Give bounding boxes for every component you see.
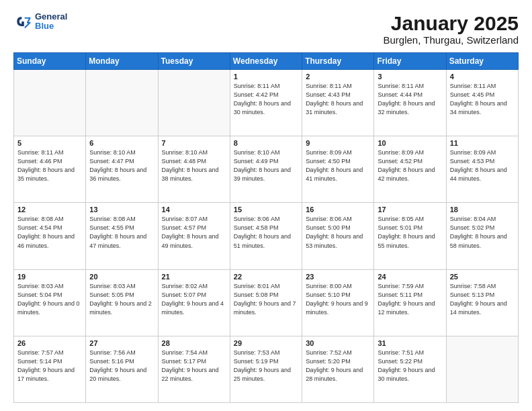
day-number: 25 <box>450 273 515 281</box>
calendar-cell <box>86 70 158 136</box>
calendar-cell: 31Sunrise: 7:51 AM Sunset: 5:22 PM Dayli… <box>374 336 446 402</box>
day-number: 24 <box>378 273 442 281</box>
title-block: January 2025 Burglen, Thurgau, Switzerla… <box>383 12 519 46</box>
calendar-header-saturday: Saturday <box>446 53 518 70</box>
day-number: 27 <box>89 339 154 347</box>
day-number: 13 <box>89 205 154 214</box>
calendar-header-wednesday: Wednesday <box>230 53 302 70</box>
day-number: 14 <box>162 205 226 214</box>
day-info: Sunrise: 8:00 AM Sunset: 5:10 PM Dayligh… <box>306 282 370 317</box>
calendar-cell: 28Sunrise: 7:54 AM Sunset: 5:17 PM Dayli… <box>158 336 230 402</box>
calendar-cell: 13Sunrise: 8:08 AM Sunset: 4:55 PM Dayli… <box>86 203 158 269</box>
day-info: Sunrise: 7:52 AM Sunset: 5:20 PM Dayligh… <box>306 349 370 383</box>
day-info: Sunrise: 8:08 AM Sunset: 4:55 PM Dayligh… <box>89 215 154 250</box>
calendar-header-friday: Friday <box>374 53 446 70</box>
day-info: Sunrise: 8:03 AM Sunset: 5:04 PM Dayligh… <box>17 282 82 317</box>
calendar-cell: 7Sunrise: 8:10 AM Sunset: 4:48 PM Daylig… <box>158 136 230 203</box>
calendar-cell: 5Sunrise: 8:11 AM Sunset: 4:46 PM Daylig… <box>14 136 86 203</box>
logo-icon <box>13 12 32 31</box>
day-info: Sunrise: 8:10 AM Sunset: 4:48 PM Dayligh… <box>162 148 226 183</box>
calendar-cell: 23Sunrise: 8:00 AM Sunset: 5:10 PM Dayli… <box>302 269 374 336</box>
calendar-week-2: 12Sunrise: 8:08 AM Sunset: 4:54 PM Dayli… <box>14 203 519 269</box>
calendar-cell <box>14 70 86 136</box>
day-info: Sunrise: 8:08 AM Sunset: 4:54 PM Dayligh… <box>17 215 82 250</box>
day-number: 29 <box>234 339 298 347</box>
day-info: Sunrise: 8:11 AM Sunset: 4:42 PM Dayligh… <box>234 82 298 117</box>
calendar-cell: 29Sunrise: 7:53 AM Sunset: 5:19 PM Dayli… <box>230 336 302 402</box>
logo-line2: Blue <box>35 21 67 31</box>
day-info: Sunrise: 8:01 AM Sunset: 5:08 PM Dayligh… <box>234 282 298 317</box>
day-info: Sunrise: 8:02 AM Sunset: 5:07 PM Dayligh… <box>162 282 226 317</box>
day-info: Sunrise: 8:10 AM Sunset: 4:49 PM Dayligh… <box>234 148 298 183</box>
day-number: 30 <box>306 339 370 347</box>
calendar-cell <box>158 70 230 136</box>
calendar-cell: 8Sunrise: 8:10 AM Sunset: 4:49 PM Daylig… <box>230 136 302 203</box>
calendar-cell: 21Sunrise: 8:02 AM Sunset: 5:07 PM Dayli… <box>158 269 230 336</box>
day-info: Sunrise: 7:53 AM Sunset: 5:19 PM Dayligh… <box>234 349 298 383</box>
day-info: Sunrise: 8:07 AM Sunset: 4:57 PM Dayligh… <box>162 215 226 250</box>
day-info: Sunrise: 8:11 AM Sunset: 4:45 PM Dayligh… <box>450 82 515 117</box>
day-info: Sunrise: 8:05 AM Sunset: 5:01 PM Dayligh… <box>378 215 442 250</box>
day-info: Sunrise: 8:06 AM Sunset: 5:00 PM Dayligh… <box>306 215 370 250</box>
header: General Blue January 2025 Burglen, Thurg… <box>13 12 519 46</box>
day-number: 31 <box>378 339 442 347</box>
logo: General Blue <box>13 12 67 32</box>
day-info: Sunrise: 7:54 AM Sunset: 5:17 PM Dayligh… <box>162 349 226 383</box>
day-info: Sunrise: 8:10 AM Sunset: 4:47 PM Dayligh… <box>89 148 154 183</box>
day-number: 10 <box>378 139 442 147</box>
calendar-cell: 19Sunrise: 8:03 AM Sunset: 5:04 PM Dayli… <box>14 269 86 336</box>
day-number: 23 <box>306 273 370 281</box>
day-number: 17 <box>378 205 442 214</box>
calendar-cell: 14Sunrise: 8:07 AM Sunset: 4:57 PM Dayli… <box>158 203 230 269</box>
day-number: 20 <box>89 273 154 281</box>
calendar-cell: 25Sunrise: 7:58 AM Sunset: 5:13 PM Dayli… <box>446 269 518 336</box>
day-info: Sunrise: 7:59 AM Sunset: 5:11 PM Dayligh… <box>378 282 442 317</box>
calendar-header-monday: Monday <box>86 53 158 70</box>
day-number: 21 <box>162 273 226 281</box>
page-subtitle: Burglen, Thurgau, Switzerland <box>383 34 519 46</box>
calendar-week-1: 5Sunrise: 8:11 AM Sunset: 4:46 PM Daylig… <box>14 136 519 203</box>
day-number: 8 <box>234 139 298 147</box>
day-info: Sunrise: 8:06 AM Sunset: 4:58 PM Dayligh… <box>234 215 298 250</box>
day-info: Sunrise: 8:04 AM Sunset: 5:02 PM Dayligh… <box>450 215 515 250</box>
calendar-header-thursday: Thursday <box>302 53 374 70</box>
calendar-cell: 17Sunrise: 8:05 AM Sunset: 5:01 PM Dayli… <box>374 203 446 269</box>
day-number: 2 <box>306 73 370 81</box>
calendar-cell: 15Sunrise: 8:06 AM Sunset: 4:58 PM Dayli… <box>230 203 302 269</box>
day-info: Sunrise: 8:03 AM Sunset: 5:05 PM Dayligh… <box>89 282 154 317</box>
calendar-header-row: SundayMondayTuesdayWednesdayThursdayFrid… <box>14 53 519 70</box>
day-number: 5 <box>17 139 82 147</box>
day-number: 7 <box>162 139 226 147</box>
calendar-cell: 4Sunrise: 8:11 AM Sunset: 4:45 PM Daylig… <box>446 70 518 136</box>
calendar-header-sunday: Sunday <box>14 53 86 70</box>
day-number: 22 <box>234 273 298 281</box>
day-info: Sunrise: 7:56 AM Sunset: 5:16 PM Dayligh… <box>89 349 154 383</box>
day-info: Sunrise: 8:11 AM Sunset: 4:46 PM Dayligh… <box>17 148 82 183</box>
calendar-cell: 12Sunrise: 8:08 AM Sunset: 4:54 PM Dayli… <box>14 203 86 269</box>
calendar-week-4: 26Sunrise: 7:57 AM Sunset: 5:14 PM Dayli… <box>14 336 519 402</box>
day-number: 12 <box>17 205 82 214</box>
day-number: 15 <box>234 205 298 214</box>
calendar-cell: 24Sunrise: 7:59 AM Sunset: 5:11 PM Dayli… <box>374 269 446 336</box>
day-number: 1 <box>234 73 298 81</box>
calendar-week-3: 19Sunrise: 8:03 AM Sunset: 5:04 PM Dayli… <box>14 269 519 336</box>
calendar-cell: 20Sunrise: 8:03 AM Sunset: 5:05 PM Dayli… <box>86 269 158 336</box>
calendar-cell: 9Sunrise: 8:09 AM Sunset: 4:50 PM Daylig… <box>302 136 374 203</box>
calendar-cell: 27Sunrise: 7:56 AM Sunset: 5:16 PM Dayli… <box>86 336 158 402</box>
calendar-cell: 10Sunrise: 8:09 AM Sunset: 4:52 PM Dayli… <box>374 136 446 203</box>
calendar-cell: 3Sunrise: 8:11 AM Sunset: 4:44 PM Daylig… <box>374 70 446 136</box>
calendar-cell: 30Sunrise: 7:52 AM Sunset: 5:20 PM Dayli… <box>302 336 374 402</box>
day-number: 4 <box>450 73 515 81</box>
calendar-cell: 16Sunrise: 8:06 AM Sunset: 5:00 PM Dayli… <box>302 203 374 269</box>
day-info: Sunrise: 8:11 AM Sunset: 4:44 PM Dayligh… <box>378 82 442 117</box>
logo-text: General Blue <box>35 12 67 32</box>
calendar-cell <box>446 336 518 402</box>
day-number: 19 <box>17 273 82 281</box>
calendar-cell: 2Sunrise: 8:11 AM Sunset: 4:43 PM Daylig… <box>302 70 374 136</box>
day-number: 26 <box>17 339 82 347</box>
calendar-cell: 11Sunrise: 8:09 AM Sunset: 4:53 PM Dayli… <box>446 136 518 203</box>
page-title: January 2025 <box>383 12 519 34</box>
logo-line1: General <box>35 12 67 21</box>
day-info: Sunrise: 8:11 AM Sunset: 4:43 PM Dayligh… <box>306 82 370 117</box>
day-number: 28 <box>162 339 226 347</box>
